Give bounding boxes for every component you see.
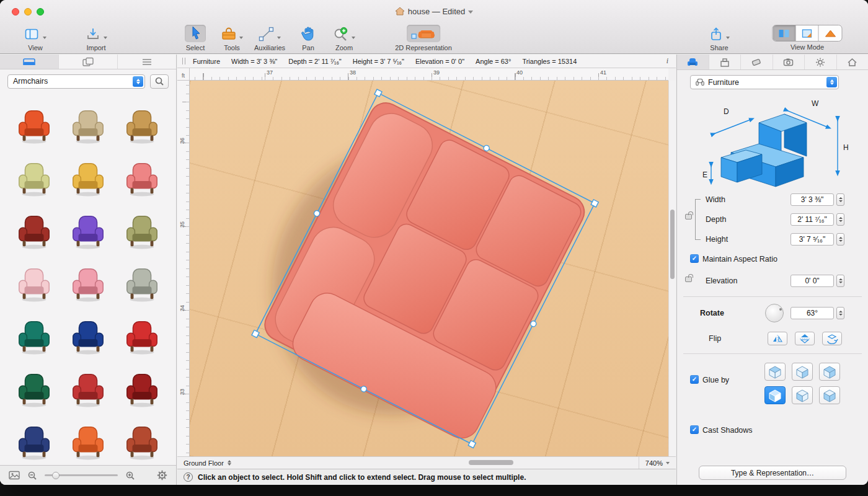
glue-floor-button-active[interactable] (764, 386, 786, 404)
infobar-segment: Height = 3' 7 ⁵⁄₁₆" (353, 58, 404, 65)
rotate-field[interactable]: 63° (790, 307, 834, 319)
elevation-field[interactable]: 0' 0" (790, 275, 834, 287)
toolbar-view[interactable]: View (20, 25, 50, 51)
view-mode-2d-segment[interactable] (773, 25, 796, 41)
toolbar-share[interactable]: Share (705, 25, 733, 51)
width-field[interactable]: 3' 3 ⅜" (790, 193, 834, 206)
flip-depth-button[interactable] (822, 332, 842, 345)
height-stepper[interactable] (836, 233, 844, 246)
rotate-stepper[interactable] (836, 307, 844, 319)
maintain-aspect-checkbox[interactable] (690, 254, 699, 263)
toolbar-zoom[interactable]: Zoom (329, 25, 359, 51)
view-mode-elevation-segment[interactable] (819, 25, 842, 41)
width-stepper[interactable] (836, 193, 844, 206)
elevation-lock-icon[interactable] (685, 277, 692, 282)
armchair-item[interactable] (122, 103, 162, 149)
armchair-item[interactable] (68, 156, 108, 202)
toolbar-2d-representation[interactable]: 2D Representation (395, 25, 452, 51)
armchair-item[interactable] (14, 156, 55, 202)
glue-right-button[interactable] (792, 363, 813, 381)
armchair-item[interactable] (68, 419, 108, 465)
selected-sofa[interactable] (226, 83, 595, 456)
furniture-library-tab[interactable] (0, 55, 59, 69)
info-icon[interactable]: i (666, 56, 671, 66)
cast-shadows-checkbox[interactable] (690, 425, 699, 434)
slider-knob[interactable] (52, 472, 60, 479)
depth-field[interactable]: 2' 11 ⁷⁄₁₆" (790, 213, 834, 226)
dimensions-lock-icon[interactable] (685, 214, 692, 219)
infobar-segment: Depth = 2' 11 ⁷⁄₁₆" (288, 58, 342, 65)
flip-horizontal-button[interactable] (768, 332, 787, 345)
armchair-item[interactable] (122, 366, 162, 412)
armchair-item[interactable] (14, 103, 55, 149)
canvas-zoom-select[interactable]: 740% (639, 457, 676, 469)
armchair-item[interactable] (14, 208, 55, 254)
armchair-item[interactable] (68, 366, 108, 412)
flip-label: Flip (709, 334, 721, 343)
light-inspector-tab[interactable] (805, 55, 837, 69)
library-search-button[interactable] (150, 74, 169, 89)
rotate-dial[interactable] (765, 304, 784, 322)
toolbar-import[interactable]: Import (81, 25, 111, 51)
toolbar-auxiliaries[interactable]: Auxiliaries (254, 25, 285, 51)
armchair-item[interactable] (68, 103, 108, 149)
vertical-scroll-thumb[interactable] (670, 210, 675, 279)
toolbar-select[interactable]: Select (185, 25, 206, 51)
category-select-stepper[interactable] (133, 76, 143, 87)
armchair-item[interactable] (68, 314, 108, 360)
armchair-item[interactable] (14, 261, 55, 307)
building-inspector-tab[interactable] (709, 55, 742, 69)
zoom-in-icon[interactable] (125, 471, 135, 480)
chevron-down-icon (277, 37, 281, 39)
inspector-object-stepper[interactable] (826, 77, 837, 87)
armchair-item[interactable] (14, 314, 55, 360)
vertical-scrollbar[interactable] (668, 81, 676, 456)
furniture-inspector-tab[interactable] (677, 55, 709, 69)
zoom-out-icon[interactable] (27, 471, 37, 480)
height-field[interactable]: 3' 7 ⁵⁄₁₆" (790, 233, 834, 246)
type-representation-button[interactable]: Type & Representation… (699, 466, 846, 480)
armchair-item[interactable] (14, 419, 55, 465)
inspector-object-select[interactable]: Furniture (690, 75, 839, 89)
horizontal-scroll-thumb[interactable] (469, 460, 513, 465)
armchair-item[interactable] (122, 261, 162, 307)
swatches-icon (82, 57, 94, 67)
diagram-height-label: H (843, 143, 849, 152)
glue-back-button[interactable] (819, 363, 840, 381)
toolbar-pan[interactable]: Pan (297, 25, 319, 51)
title-chevron-icon[interactable] (468, 11, 473, 14)
thumbnail-size-slider[interactable] (45, 471, 118, 480)
floor-selector[interactable]: Ground Floor (177, 457, 237, 469)
toolbar-tools[interactable]: Tools (217, 25, 247, 51)
armchair-item[interactable] (122, 208, 162, 254)
armchair-item[interactable] (14, 366, 55, 412)
category-select[interactable]: Armchairs (7, 74, 145, 89)
help-icon[interactable]: ? (184, 472, 193, 482)
elevation-stepper[interactable] (836, 275, 844, 287)
view-mode-3d-segment[interactable] (796, 25, 819, 41)
armchair-item[interactable] (68, 261, 108, 307)
materials-library-tab[interactable] (59, 55, 118, 69)
glue-by-checkbox[interactable] (690, 375, 699, 384)
infobar-segment: Angle = 63° (476, 58, 511, 65)
camera-inspector-tab[interactable] (773, 55, 805, 69)
armchair-item[interactable] (68, 208, 108, 254)
floor-plan-area[interactable] (190, 81, 668, 456)
depth-stepper[interactable] (836, 213, 844, 226)
glue-left-button[interactable] (792, 386, 813, 404)
sun-icon (815, 58, 825, 67)
house-inspector-tab[interactable] (837, 55, 868, 69)
flip-horizontal-icon (771, 333, 784, 344)
armchair-item[interactable] (122, 156, 162, 202)
glue-top-button[interactable] (764, 363, 786, 381)
flip-vertical-button[interactable] (795, 332, 815, 345)
sofa-2d-icon (410, 27, 436, 42)
lists-tab[interactable] (118, 55, 176, 69)
preview-image-icon[interactable] (9, 471, 20, 480)
diagram-elevation-label: E (702, 170, 707, 179)
materials-inspector-tab[interactable] (741, 55, 773, 69)
gear-icon[interactable] (157, 470, 167, 480)
glue-front-button[interactable] (819, 386, 840, 404)
armchair-item[interactable] (122, 419, 162, 465)
armchair-item[interactable] (122, 314, 162, 360)
